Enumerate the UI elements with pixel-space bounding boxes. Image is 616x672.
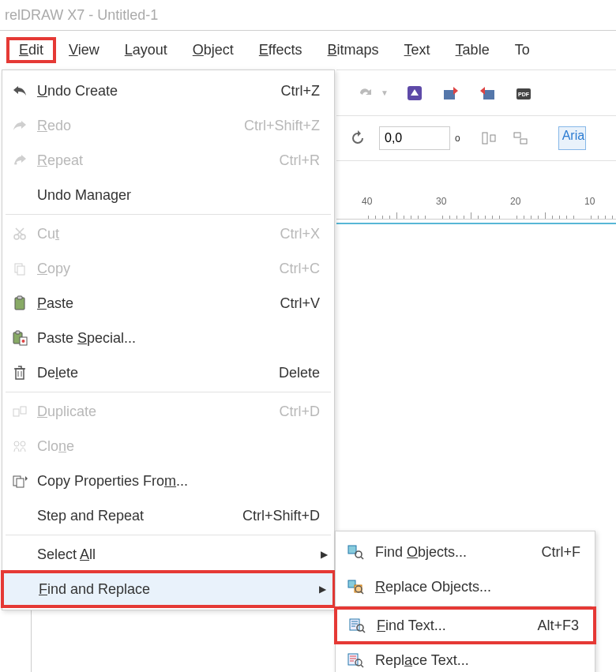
menu-item-shortcut: Ctrl+C: [279, 261, 320, 277]
menubar-item-table[interactable]: Table: [443, 37, 502, 63]
ruler-tick: 20: [510, 196, 520, 207]
menu-item-copy-properties-from[interactable]: Copy Properties From...: [2, 464, 334, 498]
svg-text:PDF: PDF: [518, 92, 530, 97]
menubar-item-edit[interactable]: Edit: [6, 37, 56, 63]
find-replace-submenu: Find Objects...Ctrl+FReplace Objects...F…: [335, 531, 595, 672]
svg-rect-20: [16, 369, 24, 379]
align-tool-icon-1[interactable]: [479, 128, 500, 148]
menu-item-label: Paste Special...: [37, 330, 320, 347]
menubar-item-view[interactable]: View: [56, 37, 112, 63]
menu-item-repeat: RepeatCtrl+R: [2, 143, 334, 178]
menu-separator: [6, 214, 331, 215]
menubar-item-layout[interactable]: Layout: [112, 37, 180, 63]
menu-item-select-all[interactable]: Select All▶: [2, 537, 334, 572]
export-icon[interactable]: [477, 83, 498, 103]
paste-special-icon: [2, 330, 37, 346]
submenu-item-replace-text[interactable]: Replace Text...: [336, 643, 595, 672]
purple-tool-icon[interactable]: [404, 83, 425, 103]
menu-item-shortcut: Ctrl+D: [279, 404, 320, 420]
delete-icon: [2, 365, 37, 381]
svg-rect-21: [13, 409, 19, 416]
menu-item-undo-create[interactable]: Undo CreateCtrl+Z: [2, 73, 334, 108]
menubar-item-object[interactable]: Object: [180, 37, 246, 63]
svg-rect-7: [514, 133, 520, 137]
svg-point-28: [355, 551, 362, 557]
menu-item-label: Redo: [37, 118, 235, 134]
svg-rect-27: [348, 546, 356, 554]
svg-point-23: [14, 441, 19, 446]
menubar-item-to[interactable]: To: [502, 37, 543, 63]
submenu-item-find-objects[interactable]: Find Objects...Ctrl+F: [336, 535, 595, 569]
copy-icon: [2, 261, 37, 276]
replace-text-icon: [336, 652, 375, 668]
svg-rect-26: [17, 479, 24, 487]
menu-item-delete[interactable]: DeleteDelete: [2, 355, 334, 390]
menu-item-label: Duplicate: [37, 404, 269, 420]
menu-item-paste[interactable]: PasteCtrl+V: [2, 286, 334, 321]
submenu-item-shortcut: Ctrl+F: [542, 544, 581, 561]
property-toolbar: o Aria: [336, 115, 616, 161]
redo-toolbar-icon[interactable]: [355, 83, 376, 103]
duplicate-icon: [2, 405, 37, 418]
menu-item-copy: CopyCtrl+C: [2, 251, 334, 286]
find-text-icon: [337, 618, 377, 633]
submenu-item-shortcut: Alt+F3: [537, 618, 579, 634]
menu-item-label: Select All: [37, 546, 320, 563]
menubar-item-text[interactable]: Text: [392, 37, 443, 63]
align-tool-icon-2[interactable]: [511, 128, 531, 148]
copy-props-icon: [2, 474, 37, 488]
menubar-item-effects[interactable]: Effects: [246, 37, 315, 63]
menu-item-label: Undo Create: [37, 83, 272, 99]
menu-item-label: Clone: [37, 438, 320, 455]
svg-rect-8: [520, 139, 527, 144]
menu-item-undo-manager[interactable]: Undo Manager: [2, 178, 334, 212]
menu-item-shortcut: Ctrl+X: [280, 226, 320, 242]
menu-item-shortcut: Ctrl+Z: [281, 83, 321, 99]
submenu-item-label: Find Objects...: [375, 544, 532, 561]
svg-rect-6: [490, 135, 495, 141]
cut-icon: [2, 227, 37, 241]
canvas-edge: [336, 220, 616, 224]
degree-label: o: [455, 133, 460, 144]
menubar-item-bitmaps[interactable]: Bitmaps: [315, 37, 392, 63]
menu-item-label: Cut: [37, 226, 270, 242]
standard-toolbar: ▼ PDF: [336, 69, 616, 115]
svg-point-9: [15, 163, 17, 165]
svg-rect-32: [350, 619, 359, 630]
toolbar-dropdown-arrow-icon[interactable]: ▼: [381, 88, 389, 97]
window-titlebar: relDRAW X7 - Untitled-1: [0, 0, 616, 30]
svg-rect-2: [483, 90, 494, 99]
ruler-horizontal: 40302010: [336, 196, 616, 220]
menu-item-shortcut: Ctrl+R: [279, 152, 320, 169]
submenu-arrow-icon: ▶: [321, 549, 328, 560]
menu-item-label: Find and Replace: [39, 581, 318, 598]
ruler-tick: 30: [436, 196, 446, 207]
menu-separator: [6, 392, 331, 392]
svg-rect-15: [17, 296, 22, 299]
menu-item-label: Repeat: [37, 152, 269, 169]
menu-item-paste-special[interactable]: Paste Special...: [2, 321, 334, 355]
menu-separator: [6, 535, 331, 535]
font-selector[interactable]: Aria: [558, 126, 586, 150]
menu-item-label: Step and Repeat: [37, 508, 233, 524]
svg-point-24: [21, 441, 25, 446]
menu-item-label: Delete: [37, 365, 269, 381]
find-obj-icon: [336, 544, 375, 560]
menu-item-redo: RedoCtrl+Shift+Z: [2, 108, 334, 143]
submenu-item-replace-objects[interactable]: Replace Objects...: [336, 569, 595, 604]
import-icon[interactable]: [441, 83, 461, 103]
svg-rect-5: [483, 133, 487, 144]
menu-item-shortcut: Ctrl+Shift+D: [242, 508, 320, 524]
rotation-input[interactable]: [379, 126, 450, 150]
menu-item-find-and-replace[interactable]: Find and Replace▶: [1, 570, 336, 608]
svg-rect-34: [348, 654, 358, 665]
menu-item-step-and-repeat[interactable]: Step and RepeatCtrl+Shift+D: [2, 498, 334, 533]
pdf-export-icon[interactable]: PDF: [513, 83, 534, 103]
repeat-icon: [2, 154, 37, 167]
svg-rect-1: [444, 90, 455, 99]
ruler-tick: 10: [584, 196, 595, 207]
submenu-item-label: Replace Objects...: [375, 579, 580, 595]
menu-item-shortcut: Delete: [279, 365, 320, 381]
submenu-item-find-text[interactable]: Find Text...Alt+F3: [334, 606, 596, 644]
ruler-tick: 40: [362, 196, 372, 207]
